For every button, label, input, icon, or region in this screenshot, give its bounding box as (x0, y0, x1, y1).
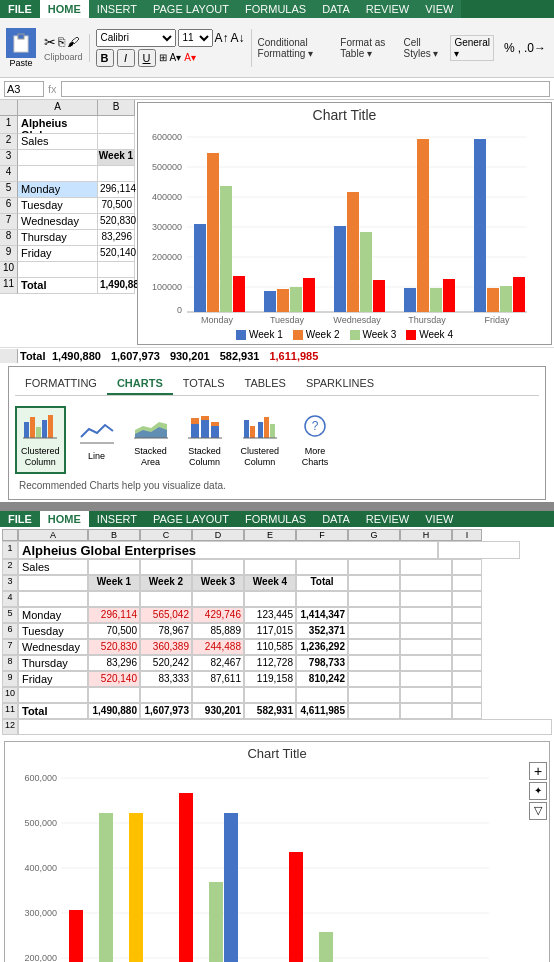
chart-bottom-svg[interactable]: 600,000 500,000 400,000 300,000 200,000 … (9, 763, 509, 962)
thursday-w4[interactable]: 112,728 (244, 655, 296, 671)
file-tab-bottom[interactable]: FILE (0, 511, 40, 527)
total-label-bottom: Total (18, 703, 88, 719)
monday-w3[interactable]: 429,746 (192, 607, 244, 623)
total-bottom-grand: 4,611,985 (296, 703, 348, 719)
wednesday-w4[interactable]: 110,585 (244, 639, 296, 655)
monday-w4[interactable]: 123,445 (244, 607, 296, 623)
qa-item-more-charts[interactable]: ? MoreCharts (292, 407, 338, 473)
qa-tab-totals[interactable]: TOTALS (173, 373, 235, 395)
qa-tab-charts[interactable]: CHARTS (107, 373, 173, 395)
tuesday-w3[interactable]: 85,889 (192, 623, 244, 639)
svg-rect-29 (417, 139, 429, 312)
thursday-w2[interactable]: 520,242 (140, 655, 192, 671)
file-tab[interactable]: FILE (0, 0, 40, 18)
tuesday-label-top: Tuesday (18, 198, 98, 214)
bottom-subtitle: Sales (18, 559, 88, 575)
svg-rect-19 (233, 276, 245, 312)
percent-button[interactable]: % (504, 41, 515, 55)
style-button[interactable]: ✦ (529, 782, 547, 800)
total-bottom-w4: 582,931 (244, 703, 296, 719)
qa-item-stacked-column[interactable]: StackedColumn (182, 407, 228, 473)
tab-review[interactable]: REVIEW (358, 0, 417, 18)
tab-insert[interactable]: INSERT (89, 0, 145, 18)
name-box[interactable] (4, 81, 44, 97)
qa-item-stacked-area[interactable]: StackedArea (128, 407, 174, 473)
friday-w1[interactable]: 520,140 (88, 671, 140, 687)
svg-rect-59 (250, 426, 255, 438)
friday-w4[interactable]: 119,158 (244, 671, 296, 687)
thursday-w1[interactable]: 83,296 (88, 655, 140, 671)
bottom-title: Alpheius Global Enterprises (18, 541, 438, 559)
monday-w2[interactable]: 565,042 (140, 607, 192, 623)
chart-title-bottom: Chart Title (9, 746, 545, 761)
friday-w2[interactable]: 83,333 (140, 671, 192, 687)
underline-button[interactable]: U (138, 49, 156, 67)
tab-home[interactable]: HOME (40, 0, 89, 18)
tab-formulas[interactable]: FORMULAS (237, 0, 314, 18)
font-size-select[interactable]: 11 (178, 29, 213, 47)
qa-item-clustered-column-2[interactable]: ClusteredColumn (236, 407, 285, 473)
tuesday-w4[interactable]: 117,015 (244, 623, 296, 639)
fill-color-icon[interactable]: A▾ (170, 52, 182, 63)
add-element-button[interactable]: + (529, 762, 547, 780)
sheet-title-top: Alpheius Glob (18, 116, 98, 134)
copy-icon[interactable]: ⎘ (58, 35, 65, 49)
svg-rect-87 (209, 882, 223, 962)
comma-button[interactable]: , (518, 41, 521, 55)
svg-text:300000: 300000 (152, 222, 182, 232)
wednesday-w3[interactable]: 244,488 (192, 639, 244, 655)
svg-rect-62 (270, 424, 275, 438)
friday-total: 810,242 (296, 671, 348, 687)
week4-header-bottom: Week 4 (244, 575, 296, 591)
thursday-w3[interactable]: 82,467 (192, 655, 244, 671)
font-color-icon[interactable]: A▾ (184, 52, 196, 63)
border-icon[interactable]: ⊞ (159, 52, 167, 63)
col-a-header: A (18, 100, 98, 116)
format-as-table-button[interactable]: Format as Table ▾ (340, 37, 393, 59)
friday-w1-top: 520,140 (98, 246, 135, 262)
qa-tab-formatting[interactable]: FORMATTING (15, 373, 107, 395)
svg-text:Wednesday: Wednesday (333, 315, 381, 325)
qa-tab-sparklines[interactable]: SPARKLINES (296, 373, 384, 395)
qa-item-clustered-column[interactable]: ClusteredColumn (15, 406, 66, 474)
svg-rect-17 (207, 153, 219, 312)
monday-total: 1,414,347 (296, 607, 348, 623)
format-painter-icon[interactable]: 🖌 (67, 35, 79, 49)
tab-view[interactable]: VIEW (417, 0, 461, 18)
svg-rect-22 (290, 287, 302, 312)
total-label-row: Total (18, 349, 48, 363)
chart-top-svg[interactable]: 600000 500000 400000 300000 200000 10000… (142, 125, 532, 325)
conditional-formatting-button[interactable]: Conditional Formatting ▾ (258, 37, 331, 59)
svg-rect-16 (194, 224, 206, 312)
friday-w3[interactable]: 87,611 (192, 671, 244, 687)
cell-styles-button[interactable]: Cell Styles ▾ (403, 37, 440, 59)
monday-row: 5 Monday 296,114 565,042 429,746 123,445… (2, 607, 552, 623)
increase-font-icon[interactable]: A↑ (215, 31, 229, 45)
svg-rect-44 (42, 420, 47, 438)
filter-button[interactable]: ▽ (529, 802, 547, 820)
qa-item-line[interactable]: Line (74, 412, 120, 467)
svg-rect-32 (474, 139, 486, 312)
bold-button[interactable]: B (96, 49, 114, 67)
wednesday-w1[interactable]: 520,830 (88, 639, 140, 655)
tab-data[interactable]: DATA (314, 0, 358, 18)
italic-button[interactable]: I (117, 49, 135, 67)
chart-legend-top: Week 1 Week 2 Week 3 Week 4 (142, 329, 547, 340)
tuesday-w2[interactable]: 78,967 (140, 623, 192, 639)
total-val-2: 930,201 (170, 350, 210, 362)
paste-button[interactable]: Paste (4, 26, 38, 70)
font-name-select[interactable]: Calibri (96, 29, 176, 47)
wednesday-w2[interactable]: 360,389 (140, 639, 192, 655)
tab-page-layout[interactable]: PAGE LAYOUT (145, 0, 237, 18)
svg-rect-28 (404, 288, 416, 312)
monday-w1[interactable]: 296,114 (88, 607, 140, 623)
decrease-font-icon[interactable]: A↓ (231, 31, 245, 45)
week1-header-cell: Week 1 (98, 150, 135, 166)
increase-decimal-button[interactable]: .0→ (524, 41, 546, 55)
tuesday-w1[interactable]: 70,500 (88, 623, 140, 639)
total-bottom-w3: 930,201 (192, 703, 244, 719)
general-format-select[interactable]: General ▾ (450, 35, 494, 61)
cut-icon[interactable]: ✂ (44, 34, 56, 50)
qa-tab-tables[interactable]: TABLES (235, 373, 296, 395)
formula-input[interactable] (61, 81, 550, 97)
